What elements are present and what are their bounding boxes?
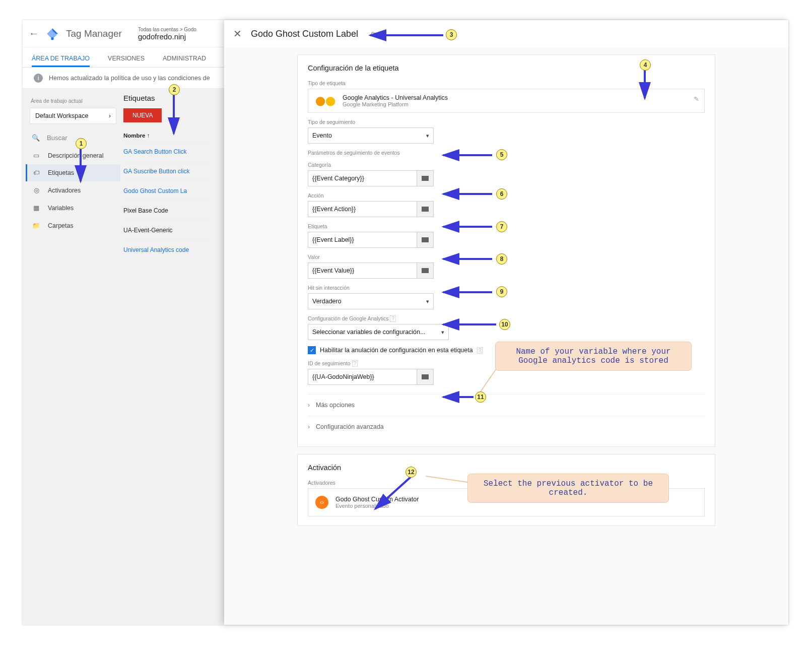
tag-row[interactable]: UA-Event-Generic [123,220,209,240]
chevron-right-icon: › [109,112,111,119]
breadcrumb-top[interactable]: Todas las cuentas > Godo [138,27,196,32]
activation-heading: Activación [308,464,705,472]
nav-tags-label: Etiquetas [48,169,74,176]
config-heading: Configuración de la etiqueta [308,64,705,72]
tag-row[interactable]: Pixel Base Code [123,201,209,220]
nav-variables-label: Variables [48,205,74,212]
advanced-config-expander[interactable]: ›Configuración avanzada [308,416,705,437]
tag-type-label: Tipo de etiqueta [308,80,705,86]
policy-notice: Hemos actualizado la política de uso y l… [49,75,210,82]
tag-icon: 🏷 [32,169,41,176]
search-placeholder: Buscar [47,134,67,142]
category-label: Categoría [308,162,705,168]
activators-label: Activadores [308,480,705,486]
sidebar-item-tags[interactable]: 🏷 Etiquetas [26,164,120,181]
nav-folders-label: Carpetas [48,222,74,229]
tab-workspace[interactable]: ÁREA DE TRABAJO [32,55,90,67]
sidebar-item-overview[interactable]: ▭ Descripción general [26,147,120,164]
track-type-select[interactable]: Evento [308,127,434,144]
variable-picker-button[interactable] [417,232,434,248]
category-input[interactable] [308,170,417,186]
variable-picker-button[interactable] [417,369,434,385]
ga-config-label: Configuración de Google Analytics ? [308,315,705,321]
custom-event-icon: ‹› [315,496,328,509]
tag-manager-logo-icon [46,27,59,40]
chevron-right-icon: › [308,423,310,430]
trigger-row[interactable]: ‹› Godo Ghost Custom Activator Evento pe… [308,488,705,516]
nav-overview-label: Descripción general [48,152,103,159]
new-tag-button[interactable]: NUEVA [123,108,162,122]
more-options-label: Más opciones [316,402,355,409]
workspace-picker[interactable]: Default Workspace › [30,108,116,124]
override-checkbox-label: Habilitar la anulación de configuración … [320,347,473,354]
hit-select[interactable]: Verdadero [308,293,434,309]
etiqueta-input[interactable] [308,232,417,248]
tracking-id-input[interactable] [308,369,417,385]
action-label: Acción [308,192,705,199]
nav-triggers-label: Activadores [48,187,81,194]
dashboard-icon: ▭ [32,152,41,159]
close-icon[interactable]: ✕ [233,28,242,40]
sidebar-item-folders[interactable]: 📁 Carpetas [26,217,120,234]
ga-config-value: Seleccionar variables de configuración..… [312,329,425,336]
svg-point-2 [51,37,53,40]
help-icon[interactable]: ? [477,347,483,354]
name-column-header[interactable]: Nombre ↑ [123,133,209,139]
sidebar-item-variables[interactable]: ▦ Variables [26,199,120,217]
analytics-icon: ⬤⬤ [315,95,335,106]
tags-heading: Etiquetas [123,94,209,102]
tab-admin[interactable]: ADMINISTRAD [163,55,206,67]
workspace-name: Default Workspace [35,112,88,119]
variable-picker-button[interactable] [417,170,434,186]
back-arrow-icon[interactable]: ← [29,28,39,39]
info-icon: i [34,74,43,83]
hit-label: Hit sin interacción [308,285,705,291]
sidebar-item-triggers[interactable]: ◎ Activadores [26,181,120,199]
tag-type-name: Google Analytics - Universal Analytics [343,94,448,101]
brick-icon: ▦ [32,204,41,212]
override-checkbox[interactable]: ✓ [308,346,316,354]
variable-picker-button[interactable] [417,263,434,279]
search-icon: 🔍 [32,134,40,142]
folder-icon[interactable]: 🗀 [370,30,377,38]
track-type-label: Tipo de seguimiento [308,119,705,125]
tag-row[interactable]: Universal Analytics code [123,240,209,259]
folder-icon: 📁 [32,222,41,229]
hit-value: Verdadero [312,298,342,305]
target-icon: ◎ [32,186,41,194]
chevron-right-icon: › [308,402,310,409]
tag-title-input[interactable]: Godo Ghost Custom Label [251,29,358,39]
product-name: Tag Manager [66,28,122,39]
help-icon[interactable]: ? [352,360,358,367]
workspace-label: Área de trabajo actual [31,98,115,104]
search-input[interactable]: 🔍 Buscar [26,131,120,145]
track-type-value: Evento [312,132,332,139]
help-icon[interactable]: ? [390,315,396,322]
tag-row[interactable]: GA Search Button Click [123,142,209,161]
tag-type-selector[interactable]: ⬤⬤ Google Analytics - Universal Analytic… [308,89,705,113]
action-input[interactable] [308,201,417,217]
variable-picker-button[interactable] [417,201,434,217]
tag-type-sub: Google Marketing Platform [343,101,448,107]
tag-row[interactable]: Godo Ghost Custom La [123,181,209,201]
edit-pencil-icon[interactable]: ✎ [694,95,699,103]
event-params-label: Parámetros de seguimiento de eventos [308,150,705,156]
etiqueta-label: Etiqueta [308,223,705,229]
advanced-config-label: Configuración avanzada [316,423,384,430]
ga-config-select[interactable]: Seleccionar variables de configuración..… [308,324,449,340]
tab-versions[interactable]: VERSIONES [108,55,145,67]
value-label: Valor [308,254,705,260]
trigger-sub: Evento personalizado [335,503,419,509]
tracking-id-label: ID de seguimiento ? [308,360,705,366]
value-input[interactable] [308,263,417,279]
tag-row[interactable]: GA Suscribe Button click [123,161,209,181]
trigger-name: Godo Ghost Custom Activator [335,496,419,503]
more-options-expander[interactable]: ›Más opciones [308,394,705,416]
breadcrumb-main[interactable]: godofredo.ninj [138,32,196,41]
